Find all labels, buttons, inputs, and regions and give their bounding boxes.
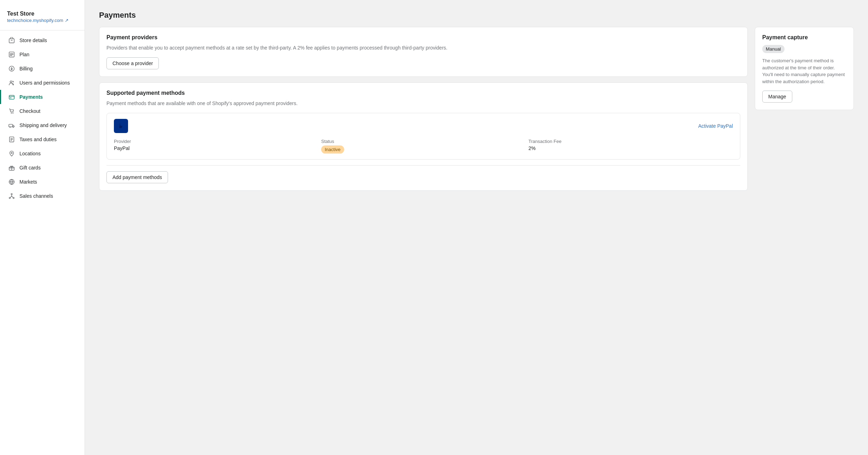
sidebar-item-label: Sales channels xyxy=(19,193,53,199)
store-url-link[interactable]: technchoice.myshopify.com ↗ xyxy=(7,18,77,23)
paypal-row: Activate PayPal Provider PayPal Status I… xyxy=(106,113,740,160)
sidebar-item-label: Shipping and delivery xyxy=(19,122,67,128)
sidebar-item-markets[interactable]: Markets xyxy=(0,175,85,189)
payment-capture-card: Payment capture Manual The customer's pa… xyxy=(755,27,854,110)
supported-methods-title: Supported payment methods xyxy=(106,90,740,96)
sidebar-item-plan[interactable]: Plan xyxy=(0,47,85,62)
payment-capture-description: The customer's payment method is authori… xyxy=(762,57,846,85)
users-icon xyxy=(8,79,15,86)
activate-paypal-link[interactable]: Activate PayPal xyxy=(698,123,733,129)
sales-channels-icon xyxy=(8,192,15,200)
sidebar-item-label: Plan xyxy=(19,52,29,57)
sidebar-item-payments[interactable]: Payments xyxy=(0,90,85,104)
taxes-icon xyxy=(8,136,15,143)
sidebar-item-label: Locations xyxy=(19,151,41,156)
sidebar-item-label: Checkout xyxy=(19,108,40,114)
sidebar-item-taxes-duties[interactable]: Taxes and duties xyxy=(0,132,85,146)
sidebar-item-gift-cards[interactable]: Gift cards xyxy=(0,161,85,175)
svg-point-4 xyxy=(10,81,12,83)
sidebar-item-label: Store details xyxy=(19,38,47,43)
shipping-icon xyxy=(8,122,15,129)
add-payment-methods-button[interactable]: Add payment methods xyxy=(106,171,168,183)
gift-cards-icon xyxy=(8,164,15,171)
sidebar-item-label: Markets xyxy=(19,179,37,185)
payment-providers-card: Payment providers Providers that enable … xyxy=(99,27,748,77)
sidebar-item-label: Payments xyxy=(19,94,43,100)
store-info: Test Store technchoice.myshopify.com ↗ xyxy=(0,7,85,30)
svg-rect-5 xyxy=(9,96,14,99)
content-main: Payment providers Providers that enable … xyxy=(99,27,748,191)
supported-methods-description: Payment methods that are available with … xyxy=(106,100,740,107)
sidebar-item-checkout[interactable]: Checkout xyxy=(0,104,85,118)
sidebar-item-shipping-delivery[interactable]: Shipping and delivery xyxy=(0,118,85,132)
sidebar-item-billing[interactable]: Billing xyxy=(0,62,85,76)
sidebar-item-label: Taxes and duties xyxy=(19,137,57,142)
sidebar: Test Store technchoice.myshopify.com ↗ S… xyxy=(0,0,85,455)
plan-icon xyxy=(8,51,15,58)
svg-rect-6 xyxy=(10,98,12,98)
provider-details: Provider PayPal Status Inactive Transact… xyxy=(114,139,733,154)
payment-capture-title: Payment capture xyxy=(762,34,846,41)
paypal-logo xyxy=(114,119,128,133)
provider-col-label: Provider xyxy=(114,139,318,144)
locations-icon xyxy=(8,150,15,157)
payment-providers-description: Providers that enable you to accept paym… xyxy=(106,44,740,52)
fee-col-label: Transaction Fee xyxy=(528,139,733,144)
fee-col: Transaction Fee 2% xyxy=(528,139,733,154)
sidebar-item-label: Gift cards xyxy=(19,165,41,171)
provider-header: Activate PayPal xyxy=(114,119,733,133)
svg-point-7 xyxy=(11,113,12,114)
page-title: Payments xyxy=(99,11,854,20)
fee-value: 2% xyxy=(528,145,733,151)
divider xyxy=(106,165,740,166)
payments-icon xyxy=(8,93,15,100)
content-area: Payment providers Providers that enable … xyxy=(99,27,854,191)
store-url-text: technchoice.myshopify.com xyxy=(7,18,63,23)
provider-col: Provider PayPal xyxy=(114,139,318,154)
sidebar-item-label: Billing xyxy=(19,66,33,71)
sidebar-item-locations[interactable]: Locations xyxy=(0,146,85,161)
store-details-icon xyxy=(8,37,15,44)
sidebar-item-users-permissions[interactable]: Users and permissions xyxy=(0,76,85,90)
svg-point-11 xyxy=(13,127,14,128)
store-name: Test Store xyxy=(7,11,77,17)
status-col-label: Status xyxy=(321,139,526,144)
svg-rect-9 xyxy=(9,124,13,127)
sidebar-item-store-details[interactable]: Store details xyxy=(0,33,85,47)
sidebar-item-sales-channels[interactable]: Sales channels xyxy=(0,189,85,203)
status-value: Inactive xyxy=(321,145,526,154)
manual-badge: Manual xyxy=(762,45,785,53)
svg-point-10 xyxy=(10,127,11,128)
status-col: Status Inactive xyxy=(321,139,526,154)
supported-payment-methods-card: Supported payment methods Payment method… xyxy=(99,82,748,191)
choose-provider-button[interactable]: Choose a provider xyxy=(106,57,159,69)
manage-button[interactable]: Manage xyxy=(762,91,792,103)
status-badge: Inactive xyxy=(321,145,344,154)
external-link-icon: ↗ xyxy=(65,18,69,23)
checkout-icon xyxy=(8,108,15,115)
markets-icon xyxy=(8,178,15,185)
sidebar-nav: Store details Plan Billing Users and per… xyxy=(0,33,85,203)
svg-point-13 xyxy=(11,152,12,154)
svg-rect-0 xyxy=(9,39,14,43)
svg-point-8 xyxy=(12,113,13,114)
main-content: Payments Payment providers Providers tha… xyxy=(85,0,868,455)
sidebar-item-label: Users and permissions xyxy=(19,80,70,86)
provider-name: PayPal xyxy=(114,145,318,151)
payment-providers-title: Payment providers xyxy=(106,34,740,41)
svg-point-3 xyxy=(9,66,14,71)
svg-rect-1 xyxy=(11,40,12,40)
billing-icon xyxy=(8,65,15,72)
